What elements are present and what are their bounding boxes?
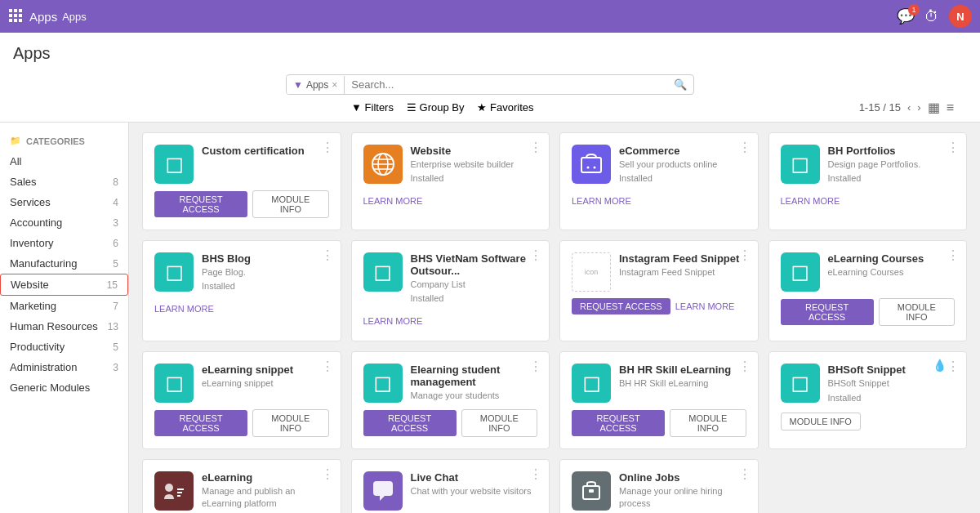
request-access-btn-7[interactable]: REQUEST ACCESS [572, 298, 670, 314]
learn-more-btn-5[interactable]: LEARN MORE [154, 301, 214, 317]
app-icon-14 [363, 471, 403, 511]
card-menu-2[interactable]: ⋮ [529, 140, 542, 155]
request-access-btn-11[interactable]: REQUEST ACCESS [572, 410, 665, 436]
sidebar-item-inventory[interactable]: Inventory 6 [0, 233, 128, 253]
app-actions-10: REQUEST ACCESS MODULE INFO [363, 409, 538, 437]
card-header-10: ◻ Elearning student management Manage yo… [363, 364, 538, 403]
list-view-icon[interactable]: ≡ [947, 100, 954, 115]
learn-more-btn-4[interactable]: LEARN MORE [781, 193, 840, 209]
card-menu-6[interactable]: ⋮ [529, 248, 542, 263]
card-menu-7[interactable]: ⋮ [738, 248, 751, 263]
module-info-btn-10[interactable]: MODULE INFO [461, 409, 537, 437]
card-menu-14[interactable]: ⋮ [529, 466, 542, 482]
card-menu-1[interactable]: ⋮ [321, 140, 334, 155]
request-access-btn-9[interactable]: REQUEST ACCESS [154, 410, 247, 436]
sidebar-item-sales[interactable]: Sales 8 [0, 172, 128, 192]
module-info-btn-9[interactable]: MODULE INFO [252, 409, 328, 437]
grid-view-icon[interactable]: ▦ [928, 100, 940, 115]
search-input[interactable] [345, 75, 667, 94]
module-info-btn-12[interactable]: MODULE INFO [781, 413, 861, 430]
sidebar-item-accounting[interactable]: Accounting 3 [0, 212, 128, 233]
request-access-btn-10[interactable]: REQUEST ACCESS [363, 410, 457, 436]
app-icon-4: ◻ [781, 145, 820, 184]
prev-page[interactable]: ‹ [907, 101, 911, 114]
chat-icon[interactable]: 💬 1 [897, 7, 915, 25]
toolbar-wrapper: ▼ Filters ☰ Group By ★ Favorites 1-15 / … [13, 100, 967, 122]
app-desc-5: Page Blog. [202, 266, 251, 278]
nav-app-label[interactable]: Apps [62, 11, 87, 23]
request-access-btn-8[interactable]: REQUEST ACCESS [781, 299, 874, 325]
app-status-12: Installed [828, 393, 906, 403]
module-info-btn-1[interactable]: MODULE INFO [252, 190, 328, 218]
app-name-13: eLearning [202, 471, 329, 484]
app-status-4: Installed [828, 173, 921, 183]
card-menu-4[interactable]: ⋮ [947, 140, 960, 155]
card-menu-3[interactable]: ⋮ [738, 140, 751, 155]
next-page[interactable]: › [917, 101, 920, 114]
sidebar-item-generic[interactable]: Generic Modules [0, 377, 128, 398]
search-icon[interactable]: 🔍 [667, 75, 693, 94]
app-name-4: BH Portfolios [828, 145, 921, 157]
card-menu-11[interactable]: ⋮ [738, 359, 751, 374]
card-menu-8[interactable]: ⋮ [947, 248, 960, 263]
filter-close[interactable]: × [332, 79, 337, 91]
sidebar-item-website[interactable]: Website 15 [0, 274, 128, 296]
app-info-11: BH HR Skill eLearning BH HR Skill eLearn… [619, 364, 731, 389]
module-info-btn-11[interactable]: MODULE INFO [670, 409, 746, 437]
app-desc-14: Chat with your website visitors [411, 485, 532, 497]
groupby-button[interactable]: ☰ Group By [407, 101, 465, 114]
sidebar-label-inventory: Inventory [10, 237, 53, 249]
sidebar-label-accounting: Accounting [10, 216, 62, 229]
filters-button[interactable]: ▼ Filters [351, 101, 394, 114]
app-status-5: Installed [202, 281, 251, 291]
app-actions-9: REQUEST ACCESS MODULE INFO [154, 409, 329, 437]
learn-more-btn-6[interactable]: LEARN MORE [363, 313, 423, 329]
card-menu-5[interactable]: ⋮ [321, 248, 334, 263]
card-menu-9[interactable]: ⋮ [321, 359, 334, 374]
notification-badge: 1 [908, 4, 920, 16]
learn-more-btn-3[interactable]: LEARN MORE [572, 193, 631, 209]
learn-more-btn-2[interactable]: LEARN MORE [363, 193, 423, 209]
cube-icon-1: ◻ [165, 153, 184, 176]
clock-icon[interactable]: ⏱ [924, 8, 939, 25]
sidebar-item-all[interactable]: All [0, 151, 128, 172]
svg-rect-1 [14, 9, 17, 12]
sidebar-item-manufacturing[interactable]: Manufacturing 5 [0, 253, 128, 274]
learn-more-btn-7[interactable]: LEARN MORE [675, 298, 735, 314]
module-info-btn-8[interactable]: MODULE INFO [879, 298, 955, 326]
svg-point-17 [165, 484, 173, 492]
sidebar-item-hr[interactable]: Human Resources 13 [0, 316, 128, 337]
sidebar-item-administration[interactable]: Administration 3 [0, 357, 128, 377]
grid-icon[interactable] [8, 8, 23, 25]
card-menu-15[interactable]: ⋮ [738, 466, 751, 482]
app-info-10: Elearning student management Manage your… [411, 364, 538, 401]
groupby-icon: ☰ [407, 101, 416, 114]
app-card-instagram: ⋮ icon Instagram Feed Snippet Instagram … [559, 240, 759, 341]
svg-rect-2 [19, 9, 22, 12]
app-actions-11: REQUEST ACCESS MODULE INFO [572, 409, 746, 437]
sidebar-label-all: All [10, 155, 21, 167]
card-menu-13[interactable]: ⋮ [321, 466, 334, 482]
cube-icon-8: ◻ [791, 261, 809, 283]
sidebar-item-marketing[interactable]: Marketing 7 [0, 296, 128, 316]
app-info-4: BH Portfolios Design page Portfolios. In… [828, 145, 921, 186]
sidebar-item-productivity[interactable]: Productivity 5 [0, 337, 128, 357]
sidebar-label-sales: Sales [10, 176, 37, 188]
sidebar-item-services[interactable]: Services 4 [0, 192, 128, 212]
card-menu-10[interactable]: ⋮ [529, 359, 542, 374]
app-icon-9: ◻ [154, 364, 194, 403]
app-name-1: Custom certification [202, 145, 305, 157]
app-name-5: BHS Blog [202, 252, 251, 265]
card-header-12: ◻ BHSoft Snippet BHSoft Snippet Installe… [781, 364, 956, 405]
sidebar-count-inventory: 6 [113, 238, 118, 249]
avatar[interactable]: N [949, 5, 972, 28]
app-icon-13 [154, 471, 194, 511]
nav-app-name[interactable]: Apps [29, 10, 57, 24]
card-menu-12[interactable]: ⋮ [947, 359, 960, 374]
favorites-button[interactable]: ★ Favorites [477, 101, 533, 114]
filter-tag-label: Apps [306, 79, 328, 91]
app-info-3: eCommerce Sell your products online Inst… [619, 145, 717, 186]
request-access-btn-1[interactable]: REQUEST ACCESS [154, 191, 247, 217]
card-header-1: ◻ Custom certification [154, 145, 329, 184]
card-header-7: icon Instagram Feed Snippet Instagram Fe… [572, 252, 746, 292]
